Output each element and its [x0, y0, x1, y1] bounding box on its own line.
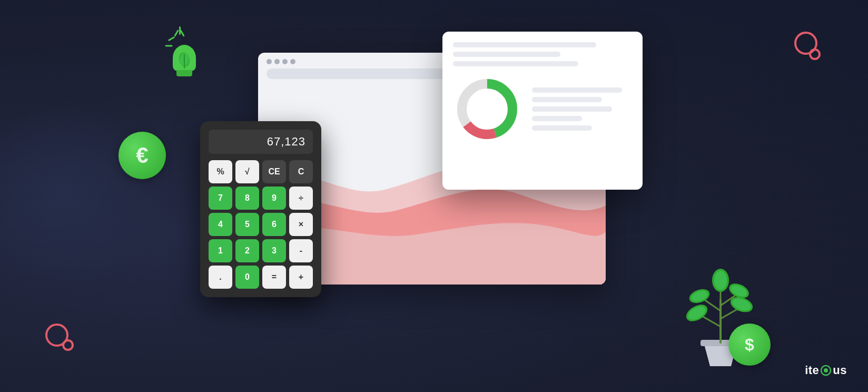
dot-1	[267, 59, 272, 64]
svg-point-26	[824, 368, 828, 373]
dot-2	[274, 59, 280, 64]
calc-btn-CE[interactable]: CE	[262, 160, 286, 183]
calculator: 67,123 %√CEC789÷456×123-.0=+	[200, 121, 321, 297]
ray-3	[174, 30, 179, 37]
right-line-4	[532, 116, 582, 121]
svg-point-6	[468, 90, 506, 128]
calc-btn-[interactable]: ÷	[289, 187, 313, 210]
right-line-2	[532, 97, 602, 102]
svg-point-24	[714, 271, 727, 290]
ray-2	[179, 26, 181, 35]
deco-circle-small	[809, 48, 821, 60]
calc-btn-C[interactable]: C	[289, 160, 313, 183]
calc-btn-2[interactable]: 2	[235, 239, 259, 262]
calc-btn-[interactable]: ×	[289, 213, 313, 236]
calc-btn-5[interactable]: 5	[235, 213, 259, 236]
calc-btn-[interactable]: √	[235, 160, 259, 183]
calculator-grid: %√CEC789÷456×123-.0=+	[209, 160, 313, 289]
euro-coin: €	[119, 132, 166, 179]
calc-btn-[interactable]: =	[262, 266, 286, 289]
right-line-3	[532, 106, 612, 112]
card-line-2	[453, 52, 560, 57]
calc-btn-0[interactable]: 0	[235, 266, 259, 289]
card-right-lines	[532, 87, 632, 131]
svg-line-10	[702, 316, 721, 327]
calc-btn-9[interactable]: 9	[262, 187, 286, 210]
bulb-base	[176, 70, 192, 76]
deco-circle-bl-small	[62, 339, 74, 351]
calc-btn-[interactable]: %	[209, 160, 232, 183]
ray-5	[165, 45, 173, 47]
logo-text: ite	[805, 364, 819, 377]
euro-symbol: €	[136, 143, 148, 168]
calc-btn-7[interactable]: 7	[209, 187, 232, 210]
logo-text-2: us	[833, 364, 847, 377]
dollar-symbol: $	[745, 335, 754, 355]
calc-btn-[interactable]: +	[289, 266, 313, 289]
card-text-lines	[453, 42, 632, 66]
donut-chart	[453, 75, 521, 143]
logo-icon	[820, 365, 832, 376]
dollar-coin: $	[728, 324, 771, 366]
right-line-5	[532, 125, 592, 131]
svg-line-11	[721, 308, 739, 319]
calc-btn-[interactable]: .	[209, 266, 232, 289]
calc-btn-4[interactable]: 4	[209, 213, 232, 236]
calc-btn-8[interactable]: 8	[235, 187, 259, 210]
card-line-1	[453, 42, 596, 47]
calc-btn-1[interactable]: 1	[209, 239, 232, 262]
dot-4	[290, 59, 295, 64]
bulb-body	[173, 45, 196, 71]
lightbulb-decoration	[163, 29, 205, 76]
calc-btn-3[interactable]: 3	[262, 239, 286, 262]
card-content	[453, 75, 632, 143]
dashboard-card	[442, 32, 643, 190]
itecus-logo: ite us	[805, 364, 847, 377]
calculator-display: 67,123	[209, 130, 313, 154]
ray-4	[168, 36, 175, 42]
calc-btn-[interactable]: -	[289, 239, 313, 262]
card-line-3	[453, 61, 578, 66]
right-line-1	[532, 87, 622, 93]
dot-3	[282, 59, 288, 64]
calc-btn-6[interactable]: 6	[262, 213, 286, 236]
